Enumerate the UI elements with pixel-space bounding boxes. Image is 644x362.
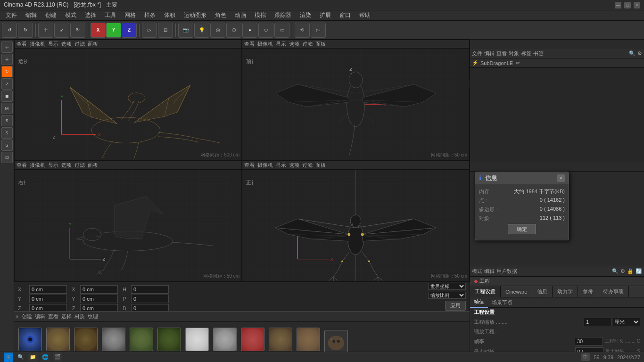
obj-menu-tag[interactable]: 标签 bbox=[521, 50, 531, 57]
lt-poly[interactable]: ◼ bbox=[1, 90, 13, 102]
axis-y-button[interactable]: Y bbox=[106, 23, 121, 38]
tab-project-settings[interactable]: 工程设置 bbox=[470, 286, 501, 297]
lt-move[interactable]: ✛ bbox=[1, 54, 13, 65]
vp-tr-panel[interactable]: 面板 bbox=[315, 41, 326, 48]
taskbar-app1[interactable]: 📁 bbox=[28, 353, 38, 362]
vp-tl-panel[interactable]: 面板 bbox=[88, 41, 98, 48]
dialog-ok-button[interactable]: 确定 bbox=[508, 224, 536, 234]
menu-character[interactable]: 角色 bbox=[211, 10, 230, 20]
props-lock-icon[interactable]: 🔒 bbox=[627, 268, 634, 274]
vp-br-filter[interactable]: 过滤 bbox=[302, 162, 313, 169]
tab-info[interactable]: 信息 bbox=[532, 286, 553, 297]
rotate-button[interactable]: ↻ bbox=[70, 23, 85, 38]
coord-scale-select[interactable]: 缩放比例 bbox=[428, 292, 466, 299]
tab-todo[interactable]: 待办事项 bbox=[598, 286, 629, 297]
menu-mode[interactable]: 模式 bbox=[61, 10, 80, 20]
props-mode[interactable]: 模式 bbox=[472, 268, 482, 275]
menu-mesh[interactable]: 网格 bbox=[121, 10, 140, 20]
render-region-button[interactable]: ⊡ bbox=[158, 23, 173, 38]
coord-p-input[interactable] bbox=[131, 295, 169, 303]
axis-x-button[interactable]: X bbox=[91, 23, 106, 38]
menu-render[interactable]: 渲染 bbox=[296, 10, 315, 20]
null-button[interactable]: ◎ bbox=[210, 23, 225, 38]
vp-bl-select[interactable]: 选项 bbox=[61, 162, 72, 169]
menu-spline[interactable]: 样条 bbox=[140, 10, 159, 20]
menu-edit[interactable]: 编辑 bbox=[22, 10, 41, 20]
vp-tr-select[interactable]: 选项 bbox=[289, 41, 299, 48]
menu-animate[interactable]: 动画 bbox=[231, 10, 250, 20]
mat-select[interactable]: 选择 bbox=[61, 313, 72, 320]
props-refresh-icon[interactable]: 🔄 bbox=[636, 268, 642, 274]
taskbar-app3[interactable]: 🎬 bbox=[53, 353, 62, 362]
lt-model[interactable]: M bbox=[1, 103, 13, 114]
windows-start[interactable]: ⊞ bbox=[4, 353, 13, 362]
obj-menu-bookmark[interactable]: 书签 bbox=[533, 50, 544, 57]
deformer-button[interactable]: ⟲ bbox=[295, 23, 310, 38]
tag-button[interactable]: 🏷 bbox=[311, 23, 326, 38]
mat-view[interactable]: 查看 bbox=[48, 313, 58, 320]
vp-br-select[interactable]: 选项 bbox=[289, 162, 299, 169]
vp-tl-display[interactable]: 显示 bbox=[48, 41, 58, 48]
taskbar-search[interactable]: 🔍 bbox=[16, 353, 25, 362]
prop-fps-input[interactable] bbox=[575, 337, 603, 346]
tab-cineware[interactable]: Cineware bbox=[501, 286, 532, 297]
coord-apply-button[interactable]: 应用 bbox=[445, 301, 466, 311]
scale-button[interactable]: ⤢ bbox=[54, 23, 69, 38]
dialog-close-button[interactable]: × bbox=[557, 174, 565, 182]
viewport-perspective[interactable]: 查看 摄像机 显示 选项 过滤 面板 www.CGMXW.com 透视视图 默认… bbox=[14, 40, 242, 161]
lt-snap[interactable]: ⊡ bbox=[1, 152, 13, 163]
menu-mograph[interactable]: 运动图形 bbox=[180, 10, 210, 20]
props-search-icon[interactable]: 🔍 bbox=[612, 268, 619, 274]
mat-material[interactable]: 材质 bbox=[74, 313, 85, 320]
maximize-button[interactable]: □ bbox=[624, 2, 631, 8]
obj-menu-file[interactable]: 文件 bbox=[472, 50, 482, 57]
lt-rotate[interactable]: ↻ bbox=[1, 66, 13, 77]
cylinder-button[interactable]: ⬭ bbox=[258, 23, 273, 38]
lt-select[interactable]: ⊹ bbox=[1, 41, 13, 53]
vp-tl-camera[interactable]: 摄像机 bbox=[30, 41, 45, 48]
menu-extend[interactable]: 扩展 bbox=[316, 10, 335, 20]
lt-s2[interactable]: S bbox=[1, 127, 13, 139]
lt-anim[interactable]: S bbox=[1, 115, 13, 126]
vp-tr-camera[interactable]: 摄像机 bbox=[257, 41, 273, 48]
menu-create[interactable]: 创建 bbox=[41, 10, 60, 20]
viewport-right[interactable]: 查看 摄像机 显示 选项 过滤 面板 www.CGMXW.com 右视图 bbox=[14, 161, 242, 282]
obj-search[interactable]: 🔍 bbox=[629, 50, 636, 57]
close-button[interactable]: × bbox=[634, 2, 640, 8]
obj-item-name[interactable]: SubDragonLE bbox=[480, 60, 513, 66]
coord-h-input[interactable] bbox=[131, 285, 169, 294]
undo-button[interactable]: ↺ bbox=[2, 23, 17, 38]
sub-tab-scene[interactable]: 场景节点 bbox=[488, 297, 516, 308]
taskbar-app2[interactable]: 🌐 bbox=[41, 353, 50, 362]
prop-scale-unit[interactable]: 厘米 bbox=[612, 318, 640, 326]
menu-help[interactable]: 帮助 bbox=[355, 10, 374, 20]
mat-create[interactable]: 创建 bbox=[22, 313, 32, 320]
light-button[interactable]: 💡 bbox=[194, 23, 209, 38]
sphere-button[interactable]: ● bbox=[242, 23, 257, 38]
vp-tl-select[interactable]: 选项 bbox=[61, 41, 72, 48]
mat-texture[interactable]: 纹理 bbox=[88, 313, 98, 320]
vp-tr-look[interactable]: 查看 bbox=[244, 41, 255, 48]
sub-tab-frame[interactable]: 帧值 bbox=[470, 297, 488, 308]
coord-x-input[interactable] bbox=[29, 285, 67, 294]
obj-filter[interactable]: ⚙ bbox=[637, 50, 642, 57]
coord-y2-input[interactable] bbox=[80, 295, 118, 303]
prop-scale-input[interactable] bbox=[584, 318, 612, 326]
vp-br-look[interactable]: 查看 bbox=[244, 162, 255, 169]
mat-item-extra[interactable] bbox=[323, 330, 349, 354]
viewport-top[interactable]: 查看 摄像机 显示 选项 过滤 面板 www.CGMXW.com 顶视图 bbox=[242, 40, 470, 161]
props-filter-icon[interactable]: ⚙ bbox=[620, 268, 625, 274]
vp-tr-filter[interactable]: 过滤 bbox=[302, 41, 313, 48]
vp-bl-display[interactable]: 显示 bbox=[48, 162, 58, 169]
plane-button[interactable]: ▭ bbox=[274, 23, 289, 38]
vp-br-camera[interactable]: 摄像机 bbox=[257, 162, 273, 169]
vp-bl-look[interactable]: 查看 bbox=[17, 162, 27, 169]
vp-br-panel[interactable]: 面板 bbox=[315, 162, 326, 169]
redo-button[interactable]: ↻ bbox=[18, 23, 33, 38]
props-edit[interactable]: 编辑 bbox=[484, 268, 495, 275]
obj-edit-icon[interactable]: ✏ bbox=[516, 60, 520, 66]
vp-tl-filter[interactable]: 过滤 bbox=[74, 41, 85, 48]
coord-y-input[interactable] bbox=[29, 295, 67, 303]
menu-simulate[interactable]: 模拟 bbox=[251, 10, 270, 20]
menu-select[interactable]: 选择 bbox=[81, 10, 100, 20]
